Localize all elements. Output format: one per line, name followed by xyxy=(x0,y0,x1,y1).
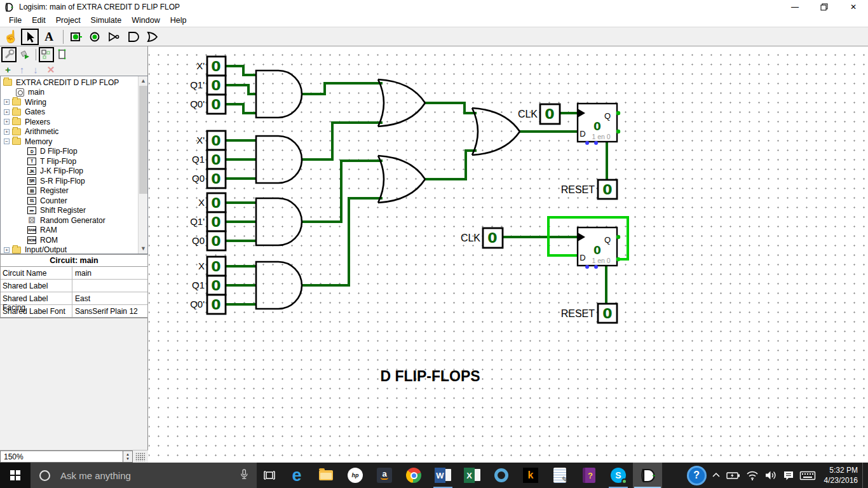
floating-pin-dot[interactable] xyxy=(585,265,589,269)
taskbar-app-word[interactable]: W xyxy=(428,463,458,488)
d-flip-flop-2[interactable]: Q 0 D 1 en 0 xyxy=(578,227,620,269)
menu-file[interactable]: File xyxy=(4,16,27,25)
expand-icon[interactable]: + xyxy=(4,247,10,253)
menu-simulate[interactable]: Simulate xyxy=(86,16,127,25)
taskbar-app-help-book[interactable]: ? xyxy=(574,463,604,488)
toolbox-view-button[interactable] xyxy=(1,47,17,62)
floating-pin-dot[interactable] xyxy=(594,141,598,145)
text-tool-button[interactable]: A xyxy=(40,29,58,45)
tree-item-memory[interactable]: − Memory xyxy=(1,137,147,147)
scroll-down-arrow[interactable]: ▼ xyxy=(139,244,148,254)
close-button[interactable]: ✕ xyxy=(839,0,868,14)
taskbar-app-skype[interactable]: S xyxy=(604,463,633,488)
q-output-dot[interactable] xyxy=(616,111,620,115)
and-gate-1[interactable] xyxy=(256,71,302,118)
menu-project[interactable]: Project xyxy=(51,16,86,25)
taskbar-app-file-explorer[interactable] xyxy=(311,463,341,488)
tree-item-arithmetic[interactable]: + Arithmetic xyxy=(1,127,147,137)
tree-item-register[interactable]: 88 Register xyxy=(1,186,147,196)
reset-pin-2[interactable]: RESET 0 xyxy=(561,304,617,323)
tree-item-t-flip-flop[interactable]: T T Flip-Flop xyxy=(1,156,147,166)
taskbar-app-hp[interactable]: hp xyxy=(341,463,370,488)
tree-item-shift-register[interactable]: ▸▸▸ Shift Register xyxy=(1,206,147,216)
input-pin-group-2[interactable]: X' Q1 Q0 0 0 0 xyxy=(192,131,226,188)
layout-edit-button[interactable] xyxy=(39,47,54,62)
taskbar-app-edge[interactable]: e xyxy=(282,463,311,488)
add-circuit-button[interactable]: + xyxy=(5,65,11,74)
tree-item-ram[interactable]: RAM RAM xyxy=(1,226,147,236)
scroll-up-arrow[interactable]: ▲ xyxy=(139,76,148,86)
tree-item-d-flip-flop[interactable]: D D Flip-Flop xyxy=(1,147,147,157)
spinner-down-icon[interactable]: ▼ xyxy=(126,457,130,461)
or-gate-2[interactable] xyxy=(378,156,425,203)
expand-icon[interactable]: + xyxy=(4,119,10,125)
add-or-gate-button[interactable] xyxy=(144,29,161,45)
input-pin-group-4[interactable]: X Q1 Q0' 0 0 0 xyxy=(190,257,226,314)
tree-item-random-generator[interactable]: ⚄ Random Generator xyxy=(1,215,147,226)
attr-value[interactable]: main xyxy=(72,267,147,279)
input-pin-group-1[interactable]: X' Q1' Q0' 0 0 0 xyxy=(190,57,226,114)
clk-pin-2[interactable]: CLK 0 xyxy=(461,228,503,248)
clock[interactable]: 5:32 PM 4/23/2016 xyxy=(820,465,858,485)
menu-edit[interactable]: Edit xyxy=(27,16,51,25)
expand-icon[interactable]: + xyxy=(4,109,10,115)
wifi-tray-button[interactable] xyxy=(745,470,759,481)
clk-pin-1[interactable]: CLK 0 xyxy=(518,104,560,124)
move-down-button[interactable]: ↓ xyxy=(33,65,38,74)
and-gate-3[interactable] xyxy=(256,198,302,245)
notifications-tray-button[interactable] xyxy=(782,470,795,481)
expand-icon[interactable]: + xyxy=(4,99,10,105)
spinner-up-icon[interactable]: ▲ xyxy=(126,452,130,457)
tree-item-sr-flip-flop[interactable]: SR S-R Flip-Flop xyxy=(1,176,147,186)
taskbar-app-blue-ring[interactable] xyxy=(487,463,516,488)
expand-icon[interactable]: + xyxy=(4,129,10,135)
remove-circuit-button[interactable]: ✕ xyxy=(47,65,55,74)
floating-pin-dot[interactable] xyxy=(585,141,589,145)
zoom-value[interactable]: 150% xyxy=(0,451,123,463)
tree-item-rom[interactable]: ROM ROM xyxy=(1,235,147,245)
tree-item-input-output[interactable]: + Input/Output xyxy=(1,245,147,255)
attr-value[interactable]: SansSerif Plain 12 xyxy=(72,305,147,317)
add-output-pin-button[interactable] xyxy=(86,29,104,45)
attr-value[interactable]: East xyxy=(72,292,147,304)
tree-item-wiring[interactable]: + Wiring xyxy=(1,97,147,107)
attr-value[interactable] xyxy=(72,280,147,292)
tree-item-gates[interactable]: + Gates xyxy=(1,107,147,118)
and-gate-2[interactable] xyxy=(256,136,302,183)
taskbar-app-amazon[interactable]: a xyxy=(370,463,399,488)
circuit-canvas[interactable]: X' Q1' Q0' 0 0 0 X' Q1 Q0 0 0 0 xyxy=(149,46,868,463)
tree-item-plexers[interactable]: + Plexers xyxy=(1,117,147,127)
battery-tray-button[interactable] xyxy=(726,470,741,481)
q-output-dot[interactable] xyxy=(616,235,620,239)
d-flip-flop-1[interactable]: Q 0 D 1 en 0 xyxy=(578,104,620,145)
tree-scrollbar[interactable]: ▲ ▼ xyxy=(138,76,147,254)
q-not-output-dot[interactable] xyxy=(616,130,620,133)
menu-help[interactable]: Help xyxy=(165,16,192,25)
zoom-spinner[interactable]: ▲▼ xyxy=(123,451,133,463)
taskbar-app-kindle[interactable]: k xyxy=(516,463,545,488)
or-gate-1[interactable] xyxy=(378,79,425,126)
tree-item-counter[interactable]: 01 Counter xyxy=(1,196,147,206)
input-pin-group-3[interactable]: X Q1' Q0 0 0 0 xyxy=(190,193,226,250)
taskbar-app-excel[interactable]: X xyxy=(458,463,487,488)
tree-item-jk-flip-flop[interactable]: JK J-K Flip-Flop xyxy=(1,166,147,177)
cortana-search-box[interactable]: Ask me anything xyxy=(31,463,257,488)
taskbar-app-journal[interactable] xyxy=(545,463,574,488)
taskbar-app-logisim[interactable] xyxy=(633,463,662,488)
wires-low[interactable] xyxy=(226,66,607,304)
poke-tool-button[interactable]: ☝ xyxy=(2,29,20,45)
q-not-output-dot[interactable] xyxy=(616,257,620,261)
volume-tray-button[interactable] xyxy=(764,470,778,481)
tree-root-project[interactable]: EXTRA CREDIT D FLIP FLOP xyxy=(1,78,147,88)
add-not-gate-button[interactable] xyxy=(105,29,123,45)
add-and-gate-button[interactable] xyxy=(125,29,142,45)
or-gate-final[interactable] xyxy=(472,108,520,155)
get-help-tray-button[interactable]: ? xyxy=(687,466,707,485)
appearance-edit-button[interactable] xyxy=(55,47,70,62)
task-view-button[interactable] xyxy=(257,463,282,488)
tray-overflow-button[interactable] xyxy=(711,471,721,479)
simulation-view-button[interactable] xyxy=(17,47,32,62)
restore-button[interactable] xyxy=(810,0,839,14)
select-tool-button[interactable] xyxy=(21,29,39,45)
and-gate-4[interactable] xyxy=(256,262,302,309)
